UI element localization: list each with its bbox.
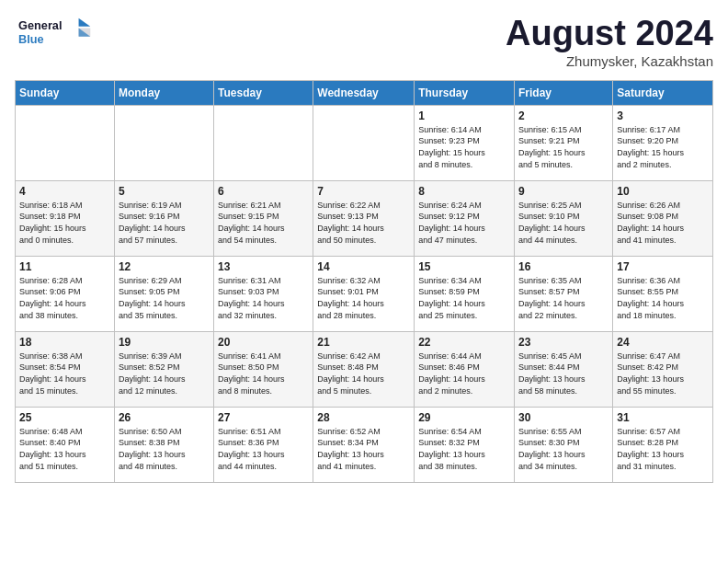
- day-info: Sunrise: 6:26 AM Sunset: 9:08 PM Dayligh…: [617, 200, 709, 246]
- day-info: Sunrise: 6:35 AM Sunset: 8:57 PM Dayligh…: [518, 275, 609, 321]
- day-number: 27: [218, 411, 309, 424]
- weekday-header-cell: Wednesday: [313, 80, 415, 105]
- location-subtitle: Zhumysker, Kazakhstan: [506, 53, 713, 69]
- calendar-day-cell: 13Sunrise: 6:31 AM Sunset: 9:03 PM Dayli…: [214, 256, 313, 331]
- calendar-day-cell: [214, 105, 313, 180]
- day-info: Sunrise: 6:34 AM Sunset: 8:59 PM Dayligh…: [418, 275, 510, 321]
- calendar-week-row: 11Sunrise: 6:28 AM Sunset: 9:06 PM Dayli…: [16, 256, 713, 331]
- day-number: 17: [617, 260, 709, 273]
- calendar-day-cell: 12Sunrise: 6:29 AM Sunset: 9:05 PM Dayli…: [114, 256, 213, 331]
- weekday-header-row: SundayMondayTuesdayWednesdayThursdayFrid…: [16, 80, 713, 105]
- day-number: 25: [19, 411, 110, 424]
- day-number: 21: [317, 336, 410, 349]
- day-info: Sunrise: 6:15 AM Sunset: 9:21 PM Dayligh…: [518, 124, 609, 170]
- day-info: Sunrise: 6:28 AM Sunset: 9:06 PM Dayligh…: [19, 275, 110, 321]
- weekday-header-cell: Monday: [114, 80, 213, 105]
- day-info: Sunrise: 6:36 AM Sunset: 8:55 PM Dayligh…: [617, 275, 709, 321]
- calendar-day-cell: 15Sunrise: 6:34 AM Sunset: 8:59 PM Dayli…: [415, 256, 515, 331]
- weekday-header-cell: Sunday: [16, 80, 115, 105]
- day-info: Sunrise: 6:22 AM Sunset: 9:13 PM Dayligh…: [317, 200, 410, 246]
- day-info: Sunrise: 6:14 AM Sunset: 9:23 PM Dayligh…: [418, 124, 510, 170]
- calendar-day-cell: 16Sunrise: 6:35 AM Sunset: 8:57 PM Dayli…: [515, 256, 613, 331]
- calendar-day-cell: 29Sunrise: 6:54 AM Sunset: 8:32 PM Dayli…: [415, 407, 515, 482]
- day-info: Sunrise: 6:41 AM Sunset: 8:50 PM Dayligh…: [218, 350, 309, 396]
- page-header: General Blue August 2024 Zhumysker, Kaza…: [15, 15, 713, 69]
- day-number: 15: [418, 260, 510, 273]
- calendar-day-cell: [313, 105, 415, 180]
- day-info: Sunrise: 6:38 AM Sunset: 8:54 PM Dayligh…: [19, 350, 110, 396]
- day-info: Sunrise: 6:50 AM Sunset: 8:38 PM Dayligh…: [119, 426, 210, 472]
- day-info: Sunrise: 6:45 AM Sunset: 8:44 PM Dayligh…: [518, 350, 609, 396]
- day-number: 18: [19, 336, 110, 349]
- calendar-day-cell: 28Sunrise: 6:52 AM Sunset: 8:34 PM Dayli…: [313, 407, 415, 482]
- logo-icon: General Blue: [15, 15, 97, 52]
- calendar-week-row: 18Sunrise: 6:38 AM Sunset: 8:54 PM Dayli…: [16, 331, 713, 407]
- calendar-day-cell: 25Sunrise: 6:48 AM Sunset: 8:40 PM Dayli…: [16, 407, 115, 482]
- day-number: 29: [418, 411, 510, 424]
- calendar-day-cell: 27Sunrise: 6:51 AM Sunset: 8:36 PM Dayli…: [214, 407, 313, 482]
- day-number: 22: [418, 336, 510, 349]
- title-block: August 2024 Zhumysker, Kazakhstan: [506, 15, 713, 69]
- day-info: Sunrise: 6:51 AM Sunset: 8:36 PM Dayligh…: [218, 426, 309, 472]
- calendar-day-cell: 8Sunrise: 6:24 AM Sunset: 9:12 PM Daylig…: [415, 180, 515, 256]
- calendar-body: 1Sunrise: 6:14 AM Sunset: 9:23 PM Daylig…: [16, 105, 713, 482]
- logo: General Blue: [15, 15, 97, 52]
- calendar-day-cell: 21Sunrise: 6:42 AM Sunset: 8:48 PM Dayli…: [313, 331, 415, 407]
- day-info: Sunrise: 6:44 AM Sunset: 8:46 PM Dayligh…: [418, 350, 510, 396]
- day-number: 20: [218, 336, 309, 349]
- calendar-day-cell: 2Sunrise: 6:15 AM Sunset: 9:21 PM Daylig…: [515, 105, 613, 180]
- calendar-day-cell: 11Sunrise: 6:28 AM Sunset: 9:06 PM Dayli…: [16, 256, 115, 331]
- day-info: Sunrise: 6:19 AM Sunset: 9:16 PM Dayligh…: [119, 200, 210, 246]
- svg-text:Blue: Blue: [18, 32, 44, 46]
- day-number: 26: [119, 411, 210, 424]
- day-number: 23: [518, 336, 609, 349]
- weekday-header-cell: Tuesday: [214, 80, 313, 105]
- calendar-day-cell: 10Sunrise: 6:26 AM Sunset: 9:08 PM Dayli…: [613, 180, 713, 256]
- calendar-day-cell: 30Sunrise: 6:55 AM Sunset: 8:30 PM Dayli…: [515, 407, 613, 482]
- day-info: Sunrise: 6:54 AM Sunset: 8:32 PM Dayligh…: [418, 426, 510, 472]
- day-info: Sunrise: 6:47 AM Sunset: 8:42 PM Dayligh…: [617, 350, 709, 396]
- day-info: Sunrise: 6:18 AM Sunset: 9:18 PM Dayligh…: [19, 200, 110, 246]
- calendar-table: SundayMondayTuesdayWednesdayThursdayFrid…: [15, 80, 713, 483]
- calendar-day-cell: 19Sunrise: 6:39 AM Sunset: 8:52 PM Dayli…: [114, 331, 213, 407]
- calendar-day-cell: 14Sunrise: 6:32 AM Sunset: 9:01 PM Dayli…: [313, 256, 415, 331]
- day-info: Sunrise: 6:31 AM Sunset: 9:03 PM Dayligh…: [218, 275, 309, 321]
- day-info: Sunrise: 6:32 AM Sunset: 9:01 PM Dayligh…: [317, 275, 410, 321]
- calendar-day-cell: [16, 105, 115, 180]
- calendar-day-cell: 18Sunrise: 6:38 AM Sunset: 8:54 PM Dayli…: [16, 331, 115, 407]
- calendar-week-row: 25Sunrise: 6:48 AM Sunset: 8:40 PM Dayli…: [16, 407, 713, 482]
- day-number: 7: [317, 185, 410, 198]
- weekday-header-cell: Friday: [515, 80, 613, 105]
- weekday-header-cell: Thursday: [415, 80, 515, 105]
- day-number: 11: [19, 260, 110, 273]
- calendar-day-cell: 9Sunrise: 6:25 AM Sunset: 9:10 PM Daylig…: [515, 180, 613, 256]
- month-title: August 2024: [506, 15, 713, 53]
- calendar-week-row: 1Sunrise: 6:14 AM Sunset: 9:23 PM Daylig…: [16, 105, 713, 180]
- calendar-day-cell: 20Sunrise: 6:41 AM Sunset: 8:50 PM Dayli…: [214, 331, 313, 407]
- day-number: 19: [119, 336, 210, 349]
- day-number: 1: [418, 109, 510, 122]
- day-number: 12: [119, 260, 210, 273]
- day-number: 8: [418, 185, 510, 198]
- day-number: 9: [518, 185, 609, 198]
- day-number: 31: [617, 411, 709, 424]
- calendar-day-cell: 7Sunrise: 6:22 AM Sunset: 9:13 PM Daylig…: [313, 180, 415, 256]
- day-number: 13: [218, 260, 309, 273]
- calendar-day-cell: 26Sunrise: 6:50 AM Sunset: 8:38 PM Dayli…: [114, 407, 213, 482]
- day-number: 10: [617, 185, 709, 198]
- day-info: Sunrise: 6:21 AM Sunset: 9:15 PM Dayligh…: [218, 200, 309, 246]
- calendar-day-cell: 22Sunrise: 6:44 AM Sunset: 8:46 PM Dayli…: [415, 331, 515, 407]
- calendar-day-cell: 6Sunrise: 6:21 AM Sunset: 9:15 PM Daylig…: [214, 180, 313, 256]
- calendar-day-cell: 5Sunrise: 6:19 AM Sunset: 9:16 PM Daylig…: [114, 180, 213, 256]
- day-info: Sunrise: 6:42 AM Sunset: 8:48 PM Dayligh…: [317, 350, 410, 396]
- day-info: Sunrise: 6:17 AM Sunset: 9:20 PM Dayligh…: [617, 124, 709, 170]
- day-number: 3: [617, 109, 709, 122]
- calendar-day-cell: [114, 105, 213, 180]
- calendar-week-row: 4Sunrise: 6:18 AM Sunset: 9:18 PM Daylig…: [16, 180, 713, 256]
- day-info: Sunrise: 6:57 AM Sunset: 8:28 PM Dayligh…: [617, 426, 709, 472]
- calendar-day-cell: 23Sunrise: 6:45 AM Sunset: 8:44 PM Dayli…: [515, 331, 613, 407]
- svg-marker-2: [79, 18, 91, 27]
- calendar-day-cell: 3Sunrise: 6:17 AM Sunset: 9:20 PM Daylig…: [613, 105, 713, 180]
- calendar-day-cell: 31Sunrise: 6:57 AM Sunset: 8:28 PM Dayli…: [613, 407, 713, 482]
- calendar-day-cell: 17Sunrise: 6:36 AM Sunset: 8:55 PM Dayli…: [613, 256, 713, 331]
